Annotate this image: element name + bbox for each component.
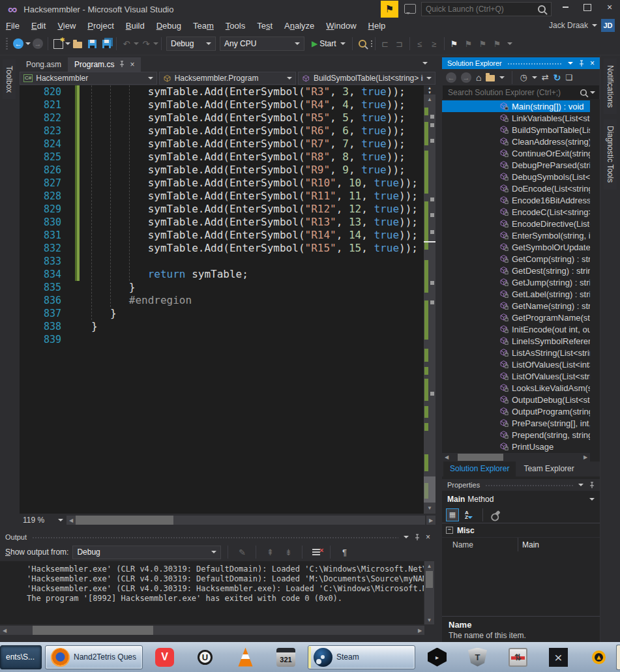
scrollbar-thumb[interactable] bbox=[33, 626, 153, 635]
close-button[interactable]: × bbox=[598, 0, 620, 14]
solution-explorer-search[interactable] bbox=[442, 85, 600, 99]
prev-bookmark-button[interactable]: ⚑ bbox=[462, 37, 476, 51]
tree-item-method[interactable]: DoEncode(List<string> bbox=[442, 183, 590, 194]
tree-horizontal-scrollbar[interactable]: ◀ ▶ bbox=[442, 453, 590, 461]
property-row[interactable]: NameMain bbox=[442, 537, 600, 551]
code-editor[interactable]: 820 symTable.Add(EnterSymbol("R3", 3, tr… bbox=[20, 85, 435, 514]
scrollbar-thumb[interactable] bbox=[458, 454, 503, 461]
pin-icon[interactable] bbox=[119, 61, 125, 68]
tree-item-method[interactable]: Main(string[]) : void bbox=[442, 100, 590, 112]
tree-item-method[interactable]: GetName(string) : strin bbox=[442, 300, 590, 312]
pin-icon[interactable] bbox=[578, 60, 585, 67]
window-position-caret-icon[interactable] bbox=[404, 536, 409, 538]
menu-item-analyze[interactable]: Analyze bbox=[278, 20, 320, 32]
code-line[interactable]: 836 #endregion bbox=[20, 294, 435, 307]
tree-item-method[interactable]: CleanAddress(string) : bbox=[442, 136, 590, 147]
code-line[interactable]: 822 symTable.Add(EnterSymbol("R5", 5, tr… bbox=[20, 111, 435, 124]
user-menu-caret-icon[interactable] bbox=[592, 24, 597, 27]
scroll-right-icon[interactable]: ▶ bbox=[415, 626, 424, 635]
member-dropdown[interactable]: BuildSymbolTable(List<string> in bbox=[298, 72, 435, 85]
dock-tab-solution-explorer[interactable]: Solution Explorer bbox=[443, 461, 516, 476]
code-line[interactable]: 831 symTable.Add(EnterSymbol("R14", 14, … bbox=[20, 229, 435, 242]
output-horizontal-scrollbar[interactable]: ◀ ▶ bbox=[0, 626, 424, 635]
taskbar-overflow-item[interactable] bbox=[616, 645, 620, 670]
code-line[interactable]: 837 } bbox=[20, 307, 435, 320]
filter-caret-icon[interactable] bbox=[532, 76, 537, 79]
tree-item-method[interactable]: Encode16BitAddress(st bbox=[442, 194, 590, 206]
tree-item-method[interactable]: EncodeDirective(List<s bbox=[442, 218, 590, 229]
pin-icon[interactable] bbox=[589, 482, 595, 489]
decrease-indent-button[interactable]: ≤ bbox=[413, 37, 427, 51]
quick-launch-input[interactable] bbox=[422, 5, 538, 14]
properties-object-combo[interactable]: Main Method bbox=[442, 492, 600, 506]
code-line[interactable]: 823 symTable.Add(EnterSymbol("R6", 6, tr… bbox=[20, 124, 435, 138]
tree-item-method[interactable]: DebugPreParsed(string bbox=[442, 159, 590, 171]
tree-item-method[interactable]: EnterSymbol(string, in bbox=[442, 229, 590, 241]
taskbar-pinned-world-of-tanks[interactable]: T bbox=[459, 648, 496, 667]
code-line[interactable]: 825 symTable.Add(EnterSymbol("R8", 8, tr… bbox=[20, 151, 435, 164]
type-dropdown[interactable]: Hacksemmbler.Program bbox=[159, 72, 297, 85]
taskbar-pinned-unity[interactable]: ▸ bbox=[419, 648, 456, 667]
code-line[interactable]: 838} bbox=[20, 320, 435, 333]
menu-item-project[interactable]: Project bbox=[81, 20, 119, 32]
tree-item-method[interactable]: DebugSymbols(List<st bbox=[442, 171, 590, 183]
window-position-caret-icon[interactable] bbox=[578, 484, 583, 486]
feedback-icon[interactable] bbox=[404, 4, 416, 14]
scroll-down-icon[interactable]: ▼ bbox=[424, 615, 434, 624]
start-caret-icon[interactable] bbox=[340, 42, 346, 45]
menu-item-view[interactable]: View bbox=[52, 20, 81, 32]
new-item-button[interactable] bbox=[51, 37, 65, 51]
project-dropdown[interactable]: C# Hacksemmbler bbox=[20, 72, 157, 85]
menu-item-file[interactable]: File bbox=[0, 20, 25, 32]
prev-message-icon[interactable]: ⇞ bbox=[263, 545, 277, 559]
editor-horizontal-scrollbar[interactable] bbox=[76, 516, 425, 525]
comment-button[interactable]: ⊏ bbox=[378, 37, 392, 51]
pending-changes-filter-icon[interactable]: ◷ bbox=[520, 72, 527, 82]
scrollbar-thumb[interactable] bbox=[424, 476, 435, 503]
taskbar-pinned-hardware-monitor[interactable]: ⇅ bbox=[499, 648, 537, 667]
tree-item-method[interactable]: GetProgramName(stri bbox=[442, 312, 590, 323]
menu-item-help[interactable]: Help bbox=[362, 20, 392, 32]
user-name[interactable]: Jack Draak bbox=[549, 21, 588, 30]
tree-item-method[interactable]: LooksLikeValidAsm(str bbox=[442, 382, 590, 394]
navigate-back-button[interactable]: ← bbox=[11, 37, 25, 51]
output-vertical-scrollbar[interactable]: ▲ ▼ bbox=[424, 561, 434, 624]
menu-item-edit[interactable]: Edit bbox=[25, 20, 52, 32]
taskbar-pinned-mpc-hc[interactable]: 321 bbox=[267, 648, 304, 667]
document-tab-pong.asm[interactable]: Pong.asm bbox=[20, 57, 68, 72]
output-text-area[interactable]: 'Hacksemmbler.exe' (CLR v4.0.30319: Defa… bbox=[0, 561, 424, 624]
scrollbar-thumb[interactable] bbox=[426, 571, 433, 588]
collapse-category-icon[interactable]: − bbox=[446, 527, 453, 534]
tree-item-method[interactable]: BuildSymbolTable(List bbox=[442, 124, 590, 136]
tree-item-method[interactable]: GetLabel(string) : strin bbox=[442, 288, 590, 300]
clear-all-icon[interactable] bbox=[309, 545, 323, 559]
dock-tab-diagnostic-tools[interactable]: Diagnostic Tools bbox=[604, 119, 617, 189]
increase-indent-button[interactable]: ≥ bbox=[427, 37, 441, 51]
code-line[interactable]: 839 bbox=[20, 333, 435, 346]
clear-bookmarks-button[interactable]: ⚑ bbox=[490, 37, 505, 51]
menu-item-tools[interactable]: Tools bbox=[220, 20, 251, 32]
save-button[interactable] bbox=[85, 37, 99, 51]
code-line[interactable]: 828 symTable.Add(EnterSymbol("R11", 11, … bbox=[20, 190, 435, 203]
tree-item-method[interactable]: LinkVariables(List<strin bbox=[442, 112, 590, 124]
new-item-caret-icon[interactable] bbox=[65, 42, 70, 45]
pin-icon[interactable] bbox=[414, 534, 421, 541]
close-icon[interactable]: × bbox=[130, 61, 134, 68]
toolbar-grip[interactable] bbox=[6, 38, 8, 50]
maximize-button[interactable] bbox=[576, 0, 598, 14]
scope-to-icon[interactable] bbox=[486, 75, 495, 81]
tree-item-method[interactable]: OutputProgram(string bbox=[442, 405, 590, 417]
tree-item-method[interactable]: ListOfValues(List<strin bbox=[442, 370, 590, 382]
scroll-right-icon[interactable]: ▶ bbox=[426, 516, 435, 525]
taskbar-pinned-vlc[interactable] bbox=[227, 648, 264, 667]
user-avatar[interactable]: JD bbox=[601, 19, 615, 32]
scroll-up-icon[interactable]: ▲ bbox=[424, 561, 434, 570]
save-all-button[interactable] bbox=[99, 37, 113, 51]
toggle-bookmark-button[interactable]: ⚑ bbox=[447, 37, 462, 51]
alphabetical-sort-button[interactable]: AZ bbox=[463, 508, 476, 521]
category-row[interactable]: − Misc bbox=[442, 523, 600, 537]
undo-button[interactable]: ↶ bbox=[119, 37, 134, 51]
menu-item-debug[interactable]: Debug bbox=[151, 20, 187, 32]
back-icon[interactable]: ← bbox=[446, 72, 456, 83]
window-position-caret-icon[interactable] bbox=[568, 62, 573, 65]
